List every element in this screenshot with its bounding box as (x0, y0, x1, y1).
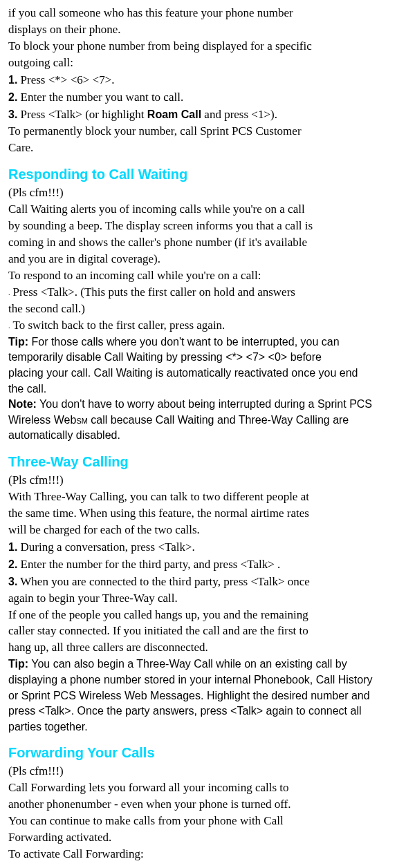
bullet-text: Press <Talk>. (This puts the first calle… (13, 285, 295, 299)
bullet-icon: . (8, 289, 10, 296)
intro-step-3: 3. Press <Talk> (or highlight Roam Call … (8, 107, 398, 123)
pls-cfm: (Pls cfm!!!) (8, 473, 398, 489)
tw-step-2: 2. Enter the number for the third party,… (8, 557, 398, 573)
intro-step-2: 2. Enter the number you want to call. (8, 90, 398, 106)
cw-note: Note: You don't have to worry about bein… (8, 397, 398, 412)
fw-line: You can continue to make calls from your… (8, 813, 398, 829)
step-number: 1. (8, 74, 17, 86)
pls-cfm: (Pls cfm!!!) (8, 764, 398, 780)
step-number: 1. (8, 541, 17, 553)
intro-line: Care. (8, 140, 398, 156)
intro-line: To permanently block your number, call S… (8, 124, 398, 140)
step-number: 3. (8, 108, 17, 120)
note-text: call because Call Waiting and Three-Way … (88, 414, 349, 426)
cw-line: Call Waiting alerts you of incoming call… (8, 202, 398, 218)
bullet-text: To switch back to the first caller, pres… (13, 319, 225, 332)
fw-line: Forwarding activated. (8, 830, 398, 846)
tw-tip: parties together. (8, 719, 398, 735)
cw-line: by sounding a beep. The display screen i… (8, 218, 398, 234)
cw-line: To respond to an incoming call while you… (8, 268, 398, 284)
step-number: 2. (8, 91, 17, 103)
step-text: and press <1>). (201, 108, 277, 121)
step-text: When you are connected to the third part… (17, 575, 310, 588)
pls-cfm: (Pls cfm!!!) (8, 185, 398, 201)
step-text: Enter the number you want to call. (17, 91, 183, 104)
cw-line: and you are in digital coverage). (8, 252, 398, 267)
tw-tip: displaying a phone number stored in your… (8, 672, 398, 688)
cw-note: automatically disabled. (8, 428, 398, 443)
tw-step-3b: again to begin your Three-Way call. (8, 591, 398, 607)
step-text: Press <Talk> (or highlight (17, 108, 147, 121)
intro-line: displays on their phone. (8, 22, 398, 38)
tw-line: If one of the people you called hangs up… (8, 607, 398, 623)
tw-tip: Tip: You can also begin a Three-Way Call… (8, 657, 398, 672)
intro-line: To block your phone number from being di… (8, 39, 398, 55)
fw-line: another phonenumber - even when your pho… (8, 797, 398, 813)
intro-line: outgoing call: (8, 55, 398, 71)
tw-tip: press <Talk>. Once the party answers, pr… (8, 704, 398, 719)
bullet-icon: . (8, 322, 10, 330)
cw-bullet-1: .Press <Talk>. (This puts the first call… (8, 285, 398, 301)
cw-bullet-2: .To switch back to the first caller, pre… (8, 318, 398, 334)
tw-line: caller stay connected. If you initiated … (8, 623, 398, 639)
tw-step-1: 1. During a conversation, press <Talk>. (8, 540, 398, 556)
forwarding-heading: Forwarding Your Calls (8, 744, 398, 762)
cw-tip: the call. (8, 381, 398, 397)
cw-line: coming in and shows the caller's phone n… (8, 235, 398, 251)
note-text: Wireless Web (8, 414, 76, 426)
fw-line: To activate Call Forwarding: (8, 847, 398, 862)
tw-tip: or Sprint PCS Wireless Web Messages. Hig… (8, 688, 398, 704)
note-text: You don't have to worry about being inte… (37, 398, 372, 410)
step-number: 2. (8, 558, 17, 570)
tip-text: For those calls where you don't want to … (28, 336, 340, 348)
tw-line: the same time. When using this feature, … (8, 506, 398, 522)
note-label: Note: (8, 398, 37, 410)
cw-tip: placing your call. Call Waiting is autom… (8, 366, 398, 381)
tw-line: will be charged for each of the two call… (8, 522, 398, 538)
tw-line: With Three-Way Calling, you can talk to … (8, 489, 398, 505)
tw-line: hang up, all three callers are disconnec… (8, 640, 398, 656)
cw-tip: Tip: For those calls where you don't wan… (8, 334, 398, 350)
step-number: 3. (8, 576, 17, 587)
tip-label: Tip: (8, 658, 28, 670)
fw-line: Call Forwarding lets you forward all you… (8, 780, 398, 796)
call-waiting-heading: Responding to Call Waiting (8, 165, 398, 184)
tw-step-3: 3. When you are connected to the third p… (8, 574, 398, 590)
cw-note: Wireless WebSM call because Call Waiting… (8, 413, 398, 428)
step-text: Press <*> <6> <7>. (17, 73, 114, 86)
cw-tip: temporarily disable Call Waiting by pres… (8, 350, 398, 365)
intro-step-1: 1. Press <*> <6> <7>. (8, 73, 398, 88)
step-text: Enter the number for the third party, an… (17, 558, 280, 571)
step-text: During a conversation, press <Talk>. (17, 540, 194, 554)
tip-text: You can also begin a Three-Way Call whil… (28, 658, 347, 670)
three-way-heading: Three-Way Calling (8, 453, 398, 471)
sm-mark: SM (76, 417, 88, 425)
cw-bullet-1b: the second call.) (8, 301, 398, 317)
roam-call-label: Roam Call (147, 108, 201, 120)
tip-label: Tip: (8, 336, 28, 348)
intro-line: if you call someone who has this feature… (8, 6, 398, 21)
